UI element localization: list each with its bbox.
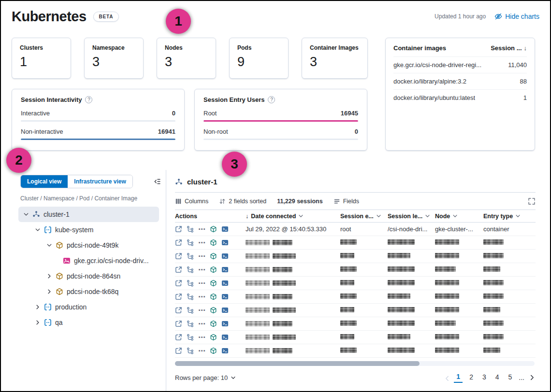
tree-item-production[interactable]: production [18, 299, 159, 315]
row-actions-ellipsis[interactable]: ⋯ [198, 334, 205, 341]
table-row[interactable]: ⋯ [175, 250, 536, 263]
table-row[interactable]: ⋯ [175, 290, 536, 304]
chevron-right-icon[interactable] [35, 320, 41, 325]
chevron-down-icon[interactable] [35, 227, 41, 233]
table-row[interactable]: ⋯ [175, 317, 536, 331]
row-actions-ellipsis[interactable]: ⋯ [198, 225, 205, 233]
open-details-button[interactable] [175, 347, 182, 354]
session-view-button[interactable] [187, 347, 194, 354]
session-view-button[interactable] [187, 266, 194, 273]
chevron-down-icon[interactable] [23, 211, 29, 217]
page-number-2[interactable]: 2 [467, 373, 476, 382]
session-sort-column[interactable]: Session ... ↓ [491, 44, 527, 52]
row-actions-ellipsis[interactable]: ⋯ [198, 280, 205, 287]
chevron-right-icon[interactable] [46, 289, 52, 294]
terminal-icon[interactable] [221, 266, 229, 273]
column-header-date-connected[interactable]: ↓ Date connected [246, 213, 340, 220]
pod-icon[interactable] [210, 320, 217, 327]
terminal-icon[interactable] [221, 239, 229, 246]
horizontal-scrollbar-thumb[interactable] [175, 361, 420, 366]
terminal-icon[interactable] [221, 347, 229, 354]
terminal-icon[interactable] [221, 225, 229, 233]
open-details-button[interactable] [175, 225, 182, 233]
open-details-button[interactable] [175, 334, 182, 341]
column-header-session-leader[interactable]: Session le... [388, 213, 435, 220]
tree-item-pdcsi-node-49t9k[interactable]: pdcsi-node-49t9k [18, 238, 159, 253]
session-view-button[interactable] [187, 252, 194, 260]
session-view-button[interactable] [187, 280, 194, 287]
tree-item-pdcsi-node-864sn[interactable]: pdcsi-node-864sn [18, 268, 159, 284]
page-number-1[interactable]: 1 [454, 372, 463, 383]
tree-item-cluster-1[interactable]: cluster-1 [18, 207, 159, 222]
open-details-button[interactable] [175, 266, 182, 273]
row-actions-ellipsis[interactable]: ⋯ [198, 239, 205, 246]
pod-icon[interactable] [210, 347, 217, 354]
table-row[interactable]: ⋯ [175, 263, 536, 277]
column-header-node[interactable]: Node [435, 213, 483, 220]
pod-icon[interactable] [210, 239, 217, 246]
row-actions-ellipsis[interactable]: ⋯ [198, 293, 205, 300]
row-actions-ellipsis[interactable]: ⋯ [198, 266, 205, 273]
pod-icon[interactable] [210, 252, 217, 260]
table-row[interactable]: ⋯ [175, 304, 536, 317]
open-details-button[interactable] [175, 307, 182, 314]
page-ellipsis[interactable]: ... [519, 374, 524, 381]
open-details-button[interactable] [175, 293, 182, 300]
collapse-tree-button[interactable] [153, 178, 161, 185]
table-row[interactable]: ⋯ [175, 344, 536, 358]
fullscreen-button[interactable] [528, 197, 536, 205]
terminal-icon[interactable] [221, 280, 229, 287]
row-actions-ellipsis[interactable]: ⋯ [198, 307, 205, 314]
table-row[interactable]: ⋯ [175, 331, 536, 344]
session-view-button[interactable] [187, 334, 194, 341]
chevron-right-icon[interactable] [35, 304, 41, 310]
session-view-button[interactable] [187, 239, 194, 246]
pod-icon[interactable] [210, 225, 217, 233]
table-row[interactable]: ⋯ Jul 29, 2022 @ 15:40:53.330 root /csi-… [175, 223, 536, 236]
next-page-button[interactable] [529, 374, 536, 381]
terminal-icon[interactable] [221, 293, 229, 300]
session-view-button[interactable] [187, 320, 194, 327]
tree-item-container-image[interactable]: gke.gcr.io/csi-node-driv... [18, 253, 159, 268]
open-details-button[interactable] [175, 239, 182, 246]
pod-icon[interactable] [210, 280, 217, 287]
terminal-icon[interactable] [221, 334, 229, 341]
chevron-down-icon[interactable] [46, 242, 52, 248]
open-details-button[interactable] [175, 252, 182, 260]
pod-icon[interactable] [210, 307, 217, 314]
tree-item-pdcsi-node-tk68q[interactable]: pdcsi-node-tk68q [18, 284, 159, 299]
column-header-entry-type[interactable]: Entry type [483, 213, 536, 220]
row-actions-ellipsis[interactable]: ⋯ [198, 252, 205, 260]
session-view-button[interactable] [187, 225, 194, 233]
fields-sorted-button[interactable]: 2 fields sorted [219, 198, 266, 205]
logical-view-button[interactable]: Logical view [21, 175, 68, 188]
table-row[interactable]: ⋯ [175, 236, 536, 250]
help-icon[interactable]: ? [268, 96, 275, 103]
tree-item-kube-system[interactable]: kube-system [18, 222, 159, 238]
pod-icon[interactable] [210, 293, 217, 300]
terminal-icon[interactable] [221, 252, 229, 260]
hide-charts-button[interactable]: Hide charts [494, 13, 539, 20]
columns-button[interactable]: Columns [175, 198, 208, 205]
rows-per-page-button[interactable]: Rows per page: 10 [175, 374, 236, 381]
infrastructure-view-button[interactable]: Infrastructure view [68, 175, 132, 188]
page-number-3[interactable]: 3 [480, 373, 489, 382]
session-view-button[interactable] [187, 293, 194, 300]
terminal-icon[interactable] [221, 307, 229, 314]
help-icon[interactable]: ? [85, 96, 92, 103]
terminal-icon[interactable] [221, 320, 229, 327]
horizontal-scrollbar-track[interactable] [175, 361, 535, 366]
chevron-right-icon[interactable] [46, 273, 52, 279]
column-header-session-entry[interactable]: Session e... [340, 213, 388, 220]
table-row[interactable]: ⋯ [175, 277, 536, 290]
pod-icon[interactable] [210, 266, 217, 273]
row-actions-ellipsis[interactable]: ⋯ [198, 347, 205, 354]
open-details-button[interactable] [175, 280, 182, 287]
row-actions-ellipsis[interactable]: ⋯ [198, 320, 205, 327]
open-details-button[interactable] [175, 320, 182, 327]
tree-item-qa[interactable]: qa [18, 315, 159, 330]
session-view-button[interactable] [187, 307, 194, 314]
previous-page-button[interactable] [443, 374, 450, 381]
pod-icon[interactable] [210, 334, 217, 341]
fields-button[interactable]: Fields [334, 198, 359, 205]
